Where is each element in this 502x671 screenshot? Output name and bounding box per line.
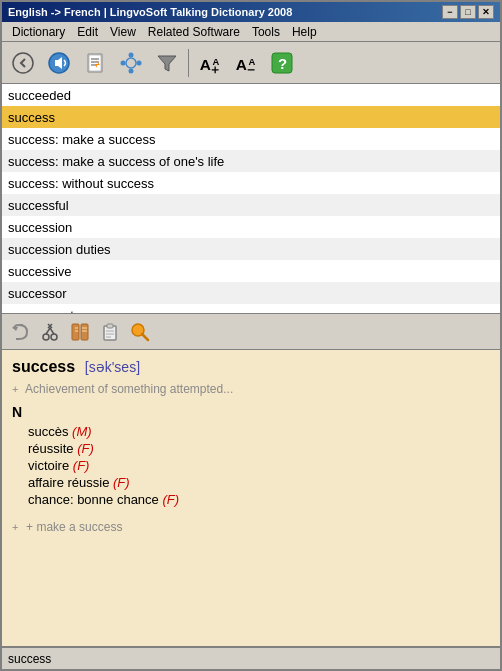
part-of-speech: N	[12, 404, 490, 420]
filter-button[interactable]	[150, 46, 184, 80]
title-bar: English -> French | LingvoSoft Talking D…	[2, 2, 500, 22]
translation-gender-4: (F)	[113, 475, 130, 490]
learn-button[interactable]	[114, 46, 148, 80]
definition-header: success [sək'ses]	[12, 358, 490, 376]
clipboard-icon	[99, 321, 121, 343]
font-down-icon: A A	[234, 51, 258, 75]
undo-icon	[9, 321, 31, 343]
more-plus-icon[interactable]: +	[12, 521, 18, 533]
svg-point-5	[121, 60, 126, 65]
sound-button[interactable]	[42, 46, 76, 80]
list-item[interactable]: succeeded	[2, 84, 500, 106]
font-up-button[interactable]: A A	[193, 46, 227, 80]
toolbar-separator-1	[188, 49, 189, 77]
filter-icon	[155, 51, 179, 75]
definition-phonetic: [sək'ses]	[85, 359, 140, 375]
translation-word-2: réussite	[28, 441, 77, 456]
translation-word-4: affaire réussie	[28, 475, 113, 490]
undo-button[interactable]	[6, 318, 34, 346]
more-entry: + + make a success	[12, 519, 490, 534]
word-list: succeeded success success: make a succes…	[2, 84, 500, 314]
flash-icon	[83, 51, 107, 75]
definition-entry: succès (M)	[28, 424, 490, 439]
list-item[interactable]: success: make a success of one's life	[2, 150, 500, 172]
flash-button[interactable]	[78, 46, 112, 80]
secondary-toolbar	[2, 314, 500, 350]
list-item[interactable]: success rate	[2, 304, 500, 314]
list-item[interactable]: succession	[2, 216, 500, 238]
list-item[interactable]: succession duties	[2, 238, 500, 260]
definition-hint: + Achievement of something attempted...	[12, 382, 490, 396]
list-item[interactable]: success	[2, 106, 500, 128]
list-item[interactable]: success: make a success	[2, 128, 500, 150]
menu-tools[interactable]: Tools	[246, 24, 286, 40]
definition-entry: chance: bonne chance (F)	[28, 492, 490, 507]
list-item[interactable]: successor	[2, 282, 500, 304]
help-button[interactable]: ?	[265, 46, 299, 80]
translation-word-3: victoire	[28, 458, 73, 473]
svg-text:?: ?	[278, 55, 287, 72]
definition-entry: victoire (F)	[28, 458, 490, 473]
svg-text:A: A	[213, 55, 220, 66]
menu-view[interactable]: View	[104, 24, 142, 40]
window-title: English -> French | LingvoSoft Talking D…	[8, 6, 292, 18]
svg-point-0	[13, 53, 33, 73]
paste-button[interactable]	[96, 318, 124, 346]
menu-edit[interactable]: Edit	[71, 24, 104, 40]
close-button[interactable]: ✕	[478, 5, 494, 19]
list-item[interactable]: success: without success	[2, 172, 500, 194]
svg-rect-22	[107, 324, 113, 328]
svg-point-4	[129, 68, 134, 73]
status-bar: success	[2, 647, 500, 669]
definition-panel: success [sək'ses] + Achievement of somet…	[2, 350, 500, 647]
svg-point-2	[126, 58, 136, 68]
cut-button[interactable]	[36, 318, 64, 346]
sound-icon	[47, 51, 71, 75]
svg-rect-16	[81, 324, 88, 340]
svg-point-14	[51, 334, 57, 340]
back-icon	[11, 51, 35, 75]
window-controls: − □ ✕	[442, 5, 494, 19]
svg-point-13	[43, 334, 49, 340]
main-toolbar: A A A A ?	[2, 42, 500, 84]
svg-rect-15	[72, 324, 79, 340]
book-icon	[69, 321, 91, 343]
list-item[interactable]: successful	[2, 194, 500, 216]
list-item[interactable]: successive	[2, 260, 500, 282]
definition-entry: réussite (F)	[28, 441, 490, 456]
plus-icon[interactable]: +	[12, 383, 18, 395]
translation-word-5: chance: bonne chance	[28, 492, 162, 507]
search-icon	[129, 321, 151, 343]
translation-gender-1: (M)	[72, 424, 92, 439]
maximize-button[interactable]: □	[460, 5, 476, 19]
back-button[interactable]	[6, 46, 40, 80]
font-down-button[interactable]: A A	[229, 46, 263, 80]
definition-word: success	[12, 358, 75, 375]
translation-gender-5: (F)	[162, 492, 179, 507]
font-up-icon: A A	[198, 51, 222, 75]
menu-related-software[interactable]: Related Software	[142, 24, 246, 40]
copy-book-button[interactable]	[66, 318, 94, 346]
svg-text:A: A	[200, 55, 211, 72]
svg-text:A: A	[236, 55, 247, 72]
translation-gender-3: (F)	[73, 458, 90, 473]
scissors-icon	[39, 321, 61, 343]
menu-dictionary[interactable]: Dictionary	[6, 24, 71, 40]
more-label: + make a success	[26, 520, 122, 534]
menu-bar: Dictionary Edit View Related Software To…	[2, 22, 500, 42]
status-text: success	[8, 652, 51, 666]
svg-line-27	[142, 334, 148, 340]
search-button[interactable]	[126, 318, 154, 346]
svg-text:A: A	[249, 55, 256, 66]
minimize-button[interactable]: −	[442, 5, 458, 19]
svg-point-6	[137, 60, 142, 65]
svg-point-3	[129, 52, 134, 57]
help-icon: ?	[270, 51, 294, 75]
translation-gender-2: (F)	[77, 441, 94, 456]
translation-word-1: succès	[28, 424, 72, 439]
learn-icon	[119, 51, 143, 75]
definition-entry: affaire réussie (F)	[28, 475, 490, 490]
menu-help[interactable]: Help	[286, 24, 323, 40]
hint-text: Achievement of something attempted...	[25, 382, 233, 396]
